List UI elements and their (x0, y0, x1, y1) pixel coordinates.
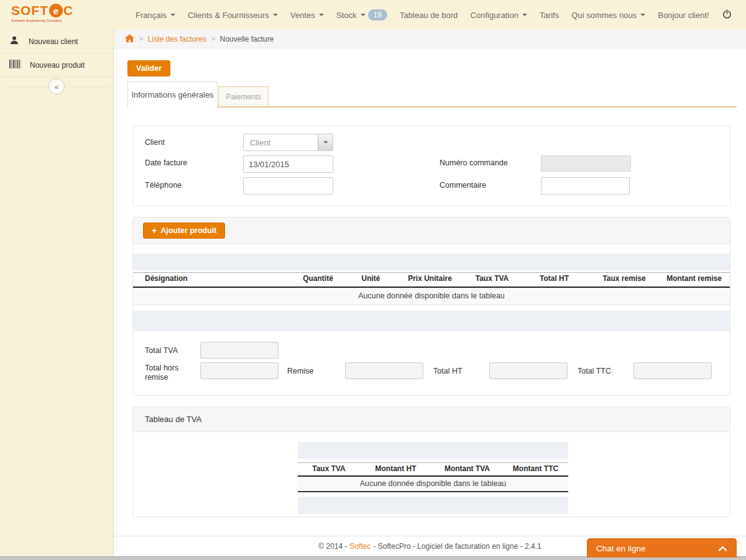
menu-label: Clients & Fournisseurs (188, 11, 269, 20)
chevron-down-icon (323, 141, 328, 144)
comment-input[interactable] (541, 177, 630, 195)
order-number-label: Numéro commande (440, 158, 508, 167)
total-tva-label: Total TVA (145, 346, 178, 356)
remise-field (345, 362, 423, 379)
empty-table-message: Aucune donnée disponible dans le tableau (133, 287, 730, 305)
column-header-montant-ttc: Montant TTC (503, 463, 568, 477)
home-icon[interactable] (125, 34, 134, 44)
left-sidebar: Nouveau client Nouveau produit « (0, 30, 114, 556)
footer-softec-link[interactable]: Softec (350, 542, 371, 551)
column-header-taux-remise: Taux remise (590, 273, 658, 288)
column-header-total-ht: Total HT (518, 273, 590, 288)
invoice-date-input[interactable] (243, 155, 333, 173)
column-header-taux-tva: Taux TVA (298, 463, 360, 477)
sidebar-collapse-button[interactable]: « (48, 78, 65, 94)
breadcrumb-separator: > (139, 35, 143, 42)
logo-text-left: SOFT (11, 3, 48, 18)
tva-table: Taux TVA Montant HT Montant TVA Montant … (298, 462, 568, 492)
tab-bar: Informations générales Paiements (127, 81, 737, 108)
menu-item-ventes[interactable]: Ventes (290, 11, 324, 20)
empty-table-row: Aucune donnée disponible dans le tableau (133, 287, 730, 305)
brand-logo[interactable]: SOFT e C Software Engineering Company (11, 3, 81, 24)
chevron-down-icon (319, 14, 324, 16)
menu-label: Bonjour client! (658, 11, 709, 20)
sidebar-item-nouveau-client[interactable]: Nouveau client (0, 30, 113, 53)
tva-table-header-row: Taux TVA Montant HT Montant TVA Montant … (298, 463, 568, 477)
total-tva-field (200, 342, 279, 359)
chevron-down-icon (522, 14, 527, 16)
power-icon (722, 9, 732, 22)
total-hors-remise-label: Total hors remise (145, 364, 183, 382)
column-header-designation: Désignation (133, 273, 288, 288)
tva-panel: Tableau de TVA Taux TVA Montant HT Monta… (132, 406, 730, 517)
column-header-montant-ht: Montant HT (360, 463, 431, 477)
sidebar-item-nouveau-produit[interactable]: Nouveau produit (0, 53, 113, 77)
phone-input[interactable] (243, 177, 333, 195)
add-product-button[interactable]: + Ajouter produit (143, 223, 225, 239)
footer-app-text: - SoftecPro - Logiciel de facturation en… (374, 542, 541, 551)
table-toolbar-band (133, 254, 730, 270)
stock-count-badge: 19 (368, 9, 387, 21)
products-table: Désignation Quantité Unité Prix Unitaire… (133, 272, 730, 305)
breadcrumb-separator: > (211, 35, 215, 42)
chat-online-button[interactable]: Chat en ligne (587, 538, 737, 558)
menu-item-qui-sommes-nous[interactable]: Qui sommes nous (571, 11, 645, 20)
tva-table-pagination-band (298, 497, 568, 514)
top-navbar: SOFT e C Software Engineering Company Fr… (0, 0, 746, 30)
menu-item-stock[interactable]: Stock 19 (336, 9, 387, 21)
breadcrumb-link-liste-factures[interactable]: Liste des factures (148, 35, 206, 44)
logo-e-icon: e (49, 4, 63, 17)
tva-table-container: Taux TVA Montant HT Montant TVA Montant … (298, 442, 568, 514)
menu-label: Français (136, 11, 167, 20)
empty-table-message: Aucune donnée disponible dans le tableau (298, 476, 568, 492)
plus-icon: + (152, 226, 157, 235)
menu-item-tableau-de-bord[interactable]: Tableau de bord (400, 11, 458, 20)
client-label: Client (145, 138, 165, 147)
menu-label: Configuration (471, 11, 518, 20)
products-panel: + Ajouter produit Désignation Quantité U… (132, 217, 730, 396)
tab-informations-generales[interactable]: Informations générales (127, 81, 218, 108)
copyright-text: © 2014 - (318, 542, 347, 551)
breadcrumb: > Liste des factures > Nouvelle facture (114, 30, 746, 48)
menu-item-configuration[interactable]: Configuration (471, 11, 527, 20)
chevron-up-icon (718, 546, 727, 551)
column-header-montant-tva: Montant TVA (431, 463, 503, 477)
menu-label: Qui sommes nous (571, 11, 637, 20)
remise-label: Remise (287, 367, 313, 376)
chevron-down-icon (361, 14, 366, 16)
chevrons-left-icon: « (54, 82, 58, 91)
main-menu: Français Clients & Fournisseurs Ventes S… (136, 0, 732, 30)
barcode-icon (9, 60, 21, 70)
select-dropdown-button[interactable] (318, 134, 333, 150)
logo-text-right: C (63, 3, 73, 18)
validate-button[interactable]: Valider (127, 60, 170, 76)
table-pagination-band (133, 311, 730, 331)
column-header-unite: Unité (348, 273, 394, 288)
menu-item-language[interactable]: Français (136, 11, 175, 20)
client-select[interactable]: Client (243, 134, 333, 151)
column-header-montant-remise: Montant remise (658, 273, 730, 288)
chevron-down-icon (640, 14, 645, 16)
tva-section-title: Tableau de TVA (145, 415, 201, 424)
total-hors-remise-field (200, 362, 279, 379)
tab-paiements[interactable]: Paiements (218, 86, 269, 107)
phone-label: Téléphone (145, 181, 182, 190)
tva-table-toolbar-band (298, 442, 568, 459)
add-product-label: Ajouter produit (160, 226, 216, 235)
total-ttc-label: Total TTC (578, 367, 611, 376)
logout-button[interactable] (722, 9, 732, 22)
chat-label: Chat en ligne (596, 544, 718, 553)
order-number-input (541, 155, 631, 172)
menu-item-clients-fournisseurs[interactable]: Clients & Fournisseurs (188, 11, 278, 20)
client-select-value: Client (244, 134, 318, 150)
invoice-date-label: Date facture (145, 158, 187, 167)
products-panel-header: + Ajouter produit (133, 218, 730, 244)
menu-label: Tableau de bord (400, 11, 458, 20)
menu-item-tarifs[interactable]: Tarifs (540, 11, 559, 20)
sidebar-collapse-row: « (0, 77, 113, 97)
empty-table-row: Aucune donnée disponible dans le tableau (298, 476, 568, 492)
menu-item-greeting[interactable]: Bonjour client! (658, 11, 709, 20)
column-header-prix-unitaire: Prix Unitaire (394, 273, 466, 288)
menu-label: Tarifs (540, 11, 559, 20)
breadcrumb-current-page: Nouvelle facture (220, 35, 274, 44)
